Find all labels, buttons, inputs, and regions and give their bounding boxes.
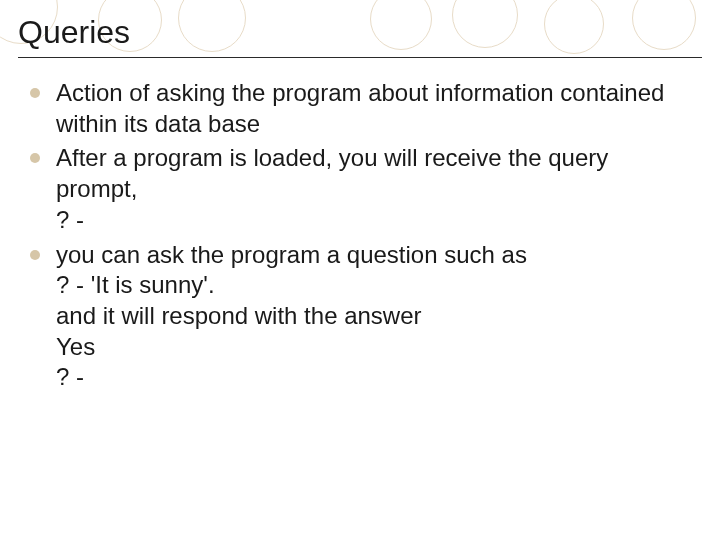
list-item: Action of asking the program about infor… [30,78,690,139]
bullet-text: you can ask the program a question such … [56,240,527,394]
page-title: Queries [18,14,702,51]
bullet-icon [30,250,40,260]
bullet-list: Action of asking the program about infor… [30,78,690,397]
bullet-text: Action of asking the program about infor… [56,78,690,139]
list-item: you can ask the program a question such … [30,240,690,394]
bullet-text: After a program is loaded, you will rece… [56,143,690,235]
title-container: Queries [18,14,702,58]
bullet-icon [30,153,40,163]
bullet-icon [30,88,40,98]
list-item: After a program is loaded, you will rece… [30,143,690,235]
